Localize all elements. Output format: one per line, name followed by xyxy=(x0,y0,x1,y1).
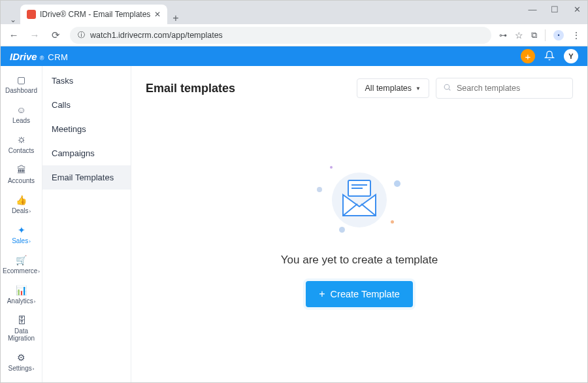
favicon-icon xyxy=(27,10,36,19)
browser-tabbar: ⌄ IDrive® CRM - Email Templates ✕ + xyxy=(1,1,587,24)
accounts-icon: 🏛 xyxy=(1,165,42,175)
primary-sidebar: ▢ Dashboard ☺ Leads ⛭ Contacts 🏛 Account… xyxy=(1,66,42,382)
brand-sub: CRM xyxy=(48,52,68,62)
leads-icon: ☺ xyxy=(1,105,42,115)
empty-state-message: You are yet to create a template xyxy=(281,254,438,267)
brand-logo[interactable]: IDrive® CRM xyxy=(10,51,68,62)
create-template-button[interactable]: + Create Template xyxy=(306,281,412,307)
sidebar-item-sales[interactable]: ✦ Sales› xyxy=(1,220,42,250)
back-button[interactable]: ← xyxy=(7,29,20,41)
sidebar-item-label: Deals xyxy=(12,207,29,214)
bookmark-icon[interactable]: ☆ xyxy=(515,30,523,41)
sidebar-item-analytics[interactable]: 📊 Analytics› xyxy=(1,280,42,310)
quick-add-button[interactable]: + xyxy=(521,49,535,63)
sidebar-item-label: Leads xyxy=(12,117,30,124)
close-tab-icon[interactable]: ✕ xyxy=(154,10,161,19)
search-input[interactable] xyxy=(457,84,566,93)
create-button-label: Create Template xyxy=(331,289,400,299)
subnav-item-calls[interactable]: Calls xyxy=(42,93,131,117)
page-title: Email templates xyxy=(146,82,235,95)
browser-toolbar: ← → ⟳ ⓘ watch1.idrivecrm.com/app/templat… xyxy=(1,24,587,46)
sidebar-item-data-migration[interactable]: 🗄 Data Migration xyxy=(1,310,42,348)
dashboard-icon: ▢ xyxy=(1,75,42,85)
chevron-down-icon: ▼ xyxy=(416,86,421,92)
new-tab-button[interactable]: + xyxy=(167,12,184,24)
close-window-button[interactable]: ✕ xyxy=(570,5,583,14)
extensions-icon[interactable]: ⧉ xyxy=(531,30,537,41)
brand-registered: ® xyxy=(40,55,44,61)
app-header: IDrive® CRM + Y xyxy=(1,46,587,66)
avatar-initial: Y xyxy=(568,52,573,60)
site-info-icon[interactable]: ⓘ xyxy=(78,30,85,40)
search-icon xyxy=(443,83,451,93)
filter-dropdown[interactable]: All templates ▼ xyxy=(357,78,429,98)
chevron-right-icon: › xyxy=(33,366,35,372)
search-templates-field[interactable] xyxy=(436,78,573,99)
sidebar-item-label: Accounts xyxy=(8,177,35,184)
chevron-right-icon: › xyxy=(29,208,31,214)
sidebar-item-label: Dashboard xyxy=(5,87,37,94)
content-header: Email templates All templates ▼ xyxy=(131,66,587,105)
profile-icon[interactable]: • xyxy=(553,30,564,41)
sidebar-item-label: Sales xyxy=(12,237,28,244)
user-avatar[interactable]: Y xyxy=(564,49,578,63)
sidebar-item-settings[interactable]: ⚙ Settings› xyxy=(1,348,42,378)
analytics-icon: 📊 xyxy=(1,285,42,295)
sales-icon: ✦ xyxy=(1,225,42,235)
sidebar-item-leads[interactable]: ☺ Leads xyxy=(1,100,42,130)
address-bar[interactable]: ⓘ watch1.idrivecrm.com/app/templates xyxy=(70,27,491,44)
window-controls: — ☐ ✕ xyxy=(526,5,583,14)
separator xyxy=(545,29,546,41)
sidebar-item-label: Analytics xyxy=(7,297,33,305)
url-text: watch1.idrivecrm.com/app/templates xyxy=(90,31,223,40)
chevron-right-icon: › xyxy=(38,269,40,275)
subnav-item-email-templates[interactable]: Email Templates xyxy=(42,165,131,190)
sidebar-item-ecommerce[interactable]: 🛒 Ecommerce› xyxy=(1,250,42,280)
contacts-icon: ⛭ xyxy=(1,135,42,145)
sidebar-item-deals[interactable]: 👍 Deals› xyxy=(1,190,42,220)
plus-icon: + xyxy=(319,288,325,300)
svg-point-0 xyxy=(444,84,449,90)
subnav-item-campaigns[interactable]: Campaigns xyxy=(42,141,131,165)
empty-state: You are yet to create a template + Creat… xyxy=(131,105,587,382)
sidebar-item-label: Ecommerce xyxy=(3,267,37,275)
forward-button[interactable]: → xyxy=(28,29,41,41)
data-migration-icon: 🗄 xyxy=(1,315,42,325)
reload-button[interactable]: ⟳ xyxy=(49,29,62,41)
main-content: Email templates All templates ▼ xyxy=(131,66,587,382)
maximize-button[interactable]: ☐ xyxy=(548,5,561,14)
subnav-item-tasks[interactable]: Tasks xyxy=(42,69,131,93)
sidebar-item-label: Data Migration xyxy=(8,327,35,342)
chevron-right-icon: › xyxy=(34,299,36,305)
sidebar-item-contacts[interactable]: ⛭ Contacts xyxy=(1,130,42,160)
sidebar-item-label: Contacts xyxy=(8,147,34,154)
ecommerce-icon: 🛒 xyxy=(1,255,42,265)
sidebar-item-accounts[interactable]: 🏛 Accounts xyxy=(1,160,42,190)
deals-icon: 👍 xyxy=(1,195,42,205)
empty-state-illustration xyxy=(310,161,408,239)
sidebar-item-dashboard[interactable]: ▢ Dashboard xyxy=(1,70,42,100)
secondary-sidebar: Tasks Calls Meetings Campaigns Email Tem… xyxy=(42,66,131,382)
tab-title: IDrive® CRM - Email Templates xyxy=(40,10,150,19)
browser-menu-icon[interactable]: ⋮ xyxy=(572,30,581,41)
tab-dropdown-icon[interactable]: ⌄ xyxy=(6,15,20,24)
filter-label: All templates xyxy=(365,84,412,93)
sidebar-item-label: Settings xyxy=(8,365,32,372)
brand-main: IDrive xyxy=(10,51,37,62)
settings-icon: ⚙ xyxy=(1,352,42,363)
subnav-item-meetings[interactable]: Meetings xyxy=(42,117,131,141)
sidebar-footer: © IDrive Inc. xyxy=(1,378,42,383)
notifications-icon[interactable] xyxy=(544,50,555,63)
minimize-button[interactable]: — xyxy=(526,5,539,14)
browser-tab[interactable]: IDrive® CRM - Email Templates ✕ xyxy=(20,5,167,24)
password-icon[interactable]: ⊶ xyxy=(499,31,507,40)
chevron-right-icon: › xyxy=(29,239,31,244)
